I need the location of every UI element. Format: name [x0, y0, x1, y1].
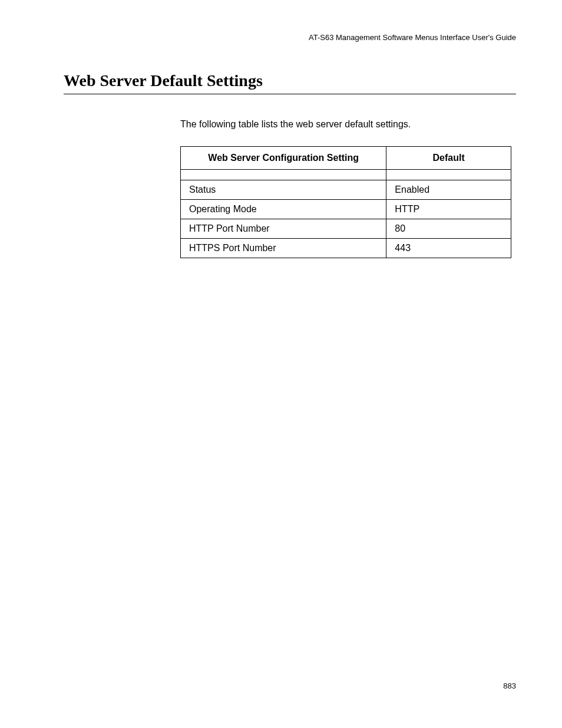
table-cell-setting: HTTPS Port Number — [181, 239, 386, 258]
table-header-row: Web Server Configuration Setting Default — [181, 147, 511, 170]
settings-table: Web Server Configuration Setting Default… — [180, 146, 511, 258]
section-title: Web Server Default Settings — [64, 71, 516, 94]
table-cell-setting: HTTP Port Number — [181, 219, 386, 239]
page-number: 883 — [503, 681, 516, 690]
table-cell-default: 80 — [386, 219, 511, 239]
table-header-setting: Web Server Configuration Setting — [181, 147, 386, 170]
table-cell-default: HTTP — [386, 200, 511, 219]
document-header: AT-S63 Management Software Menus Interfa… — [64, 33, 516, 42]
table-header-default: Default — [386, 147, 511, 170]
table-cell-default: Enabled — [386, 180, 511, 200]
table-row: Status Enabled — [181, 180, 511, 200]
table-cell-default: 443 — [386, 239, 511, 258]
table-header-separator — [181, 170, 511, 180]
table-row: HTTP Port Number 80 — [181, 219, 511, 239]
table-cell-setting: Operating Mode — [181, 200, 386, 219]
table-row: HTTPS Port Number 443 — [181, 239, 511, 258]
intro-paragraph: The following table lists the web server… — [180, 119, 516, 130]
table-cell-setting: Status — [181, 180, 386, 200]
table-row: Operating Mode HTTP — [181, 200, 511, 219]
